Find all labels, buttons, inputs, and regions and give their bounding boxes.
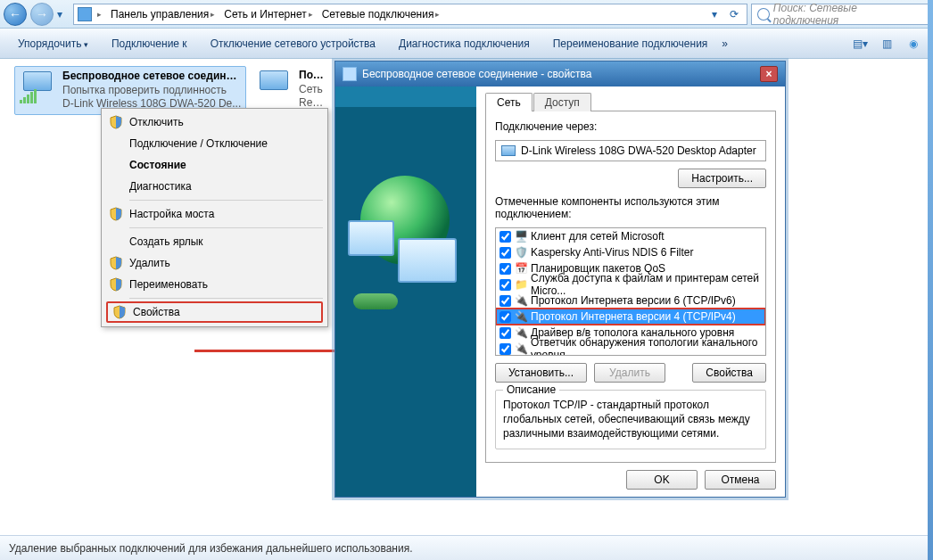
service-icon: 🛡️ [515,246,527,259]
ctx-properties[interactable]: Свойства [106,301,323,323]
component-properties-button[interactable]: Свойства [692,363,766,383]
adapter-name: D-Link Wireless 108G DWA-520 Desktop Ada… [521,144,756,157]
component-item: 🔌Ответчик обнаружения топологии канально… [496,341,765,356]
protocol-icon: 🔌 [515,310,527,323]
cmd-disable-device[interactable]: Отключение сетевого устройства [202,34,384,54]
component-item: 🖥️Клиент для сетей Microsoft [496,228,765,244]
dialog-titlebar[interactable]: Беспроводное сетевое соединение - свойст… [335,62,785,86]
help-button[interactable]: ◉ [903,34,924,54]
client-icon: 🖥️ [515,230,527,243]
service-icon: 📅 [515,262,527,275]
properties-dialog: Беспроводное сетевое соединение - свойст… [334,61,786,498]
ctx-delete[interactable]: Удалить [104,252,325,274]
cmd-connect-to[interactable]: Подключение к [103,34,196,54]
description-legend: Описание [503,383,559,396]
shield-icon [109,256,123,270]
uninstall-button: Удалить [594,363,665,383]
command-bar: Упорядочить Подключение к Отключение сет… [0,29,933,59]
cancel-button[interactable]: Отмена [705,470,776,490]
install-button[interactable]: Установить... [495,363,587,383]
ctx-disable[interactable]: Отключить [104,111,325,133]
ctx-status[interactable]: Состояние [104,154,325,176]
shield-icon [109,277,123,292]
nav-history-dropdown[interactable]: ▾ [57,8,70,21]
shield-icon [112,305,127,319]
ctx-rename[interactable]: Переименовать [104,274,325,295]
network-icon [343,67,357,81]
explorer-navbar: ← → ▾ ▸ Панель управления ▸ Сеть и Интер… [0,0,933,29]
ctx-bridge[interactable]: Настройка моста [104,203,325,225]
connection-tile-lan[interactable]: Подкл... Сеть Realtek... [252,66,332,113]
description-text: Протокол TCP/IP - стандартный протокол г… [503,398,758,441]
cmd-rename[interactable]: Переименование подключения [544,34,717,54]
component-item-tcpipv4: 🔌Протокол Интернета версии 4 (TCP/IPv4) [496,309,765,325]
breadcrumb-2[interactable]: Сеть и Интернет ▸ [220,4,316,24]
dialog-sidebar-image [335,86,476,497]
search-box[interactable]: Поиск: Сетевые подключения [751,4,929,25]
cmd-diagnose[interactable]: Диагностика подключения [390,34,539,54]
window-right-border [928,0,933,560]
lan-icon [254,69,293,104]
connect-via-label: Подключение через: [495,120,766,133]
description-fieldset: Описание Протокол TCP/IP - стандартный п… [495,390,766,449]
component-item: 🔌Протокол Интернета версии 6 (TCP/IPv6) [496,292,765,309]
status-text: Удаление выбранных подключений для избеж… [9,542,413,555]
ctx-toggle-connect[interactable]: Подключение / Отключение [104,133,325,154]
ctx-diagnose[interactable]: Диагностика [104,176,325,197]
shield-icon [109,207,123,221]
tab-access[interactable]: Доступ [533,93,591,111]
component-item: 🛡️Kaspersky Anti-Virus NDIS 6 Filter [496,244,765,260]
protocol-icon: 🔌 [515,342,527,355]
components-label: Отмеченные компоненты используются этим … [495,195,766,220]
protocol-icon: 🔌 [515,294,527,307]
protocol-icon: 🔌 [515,326,527,339]
search-icon [757,8,770,21]
close-button[interactable]: × [760,66,778,82]
shield-icon [109,115,123,129]
tab-network[interactable]: Сеть [485,93,533,111]
wireless-icon [18,70,57,105]
refresh-button[interactable]: ⟳ [725,8,743,21]
dialog-title: Беспроводное сетевое соединение - свойст… [362,68,755,80]
tab-panel-network: Подключение через: D-Link Wireless 108G … [485,111,776,463]
component-item: 📁Служба доступа к файлам и принтерам сет… [496,276,765,292]
ok-button[interactable]: OK [626,470,698,490]
adapter-icon [501,145,516,156]
nav-back-button[interactable]: ← [4,3,27,26]
service-icon: 📁 [515,278,527,291]
view-options-button[interactable]: ▤▾ [849,34,871,54]
nav-forward-button[interactable]: → [30,3,54,26]
address-bar[interactable]: ▸ Панель управления ▸ Сеть и Интернет ▸ … [73,4,747,25]
breadcrumb-1[interactable]: Панель управления ▸ [107,4,219,24]
control-panel-icon [78,7,92,21]
search-placeholder: Поиск: Сетевые подключения [773,2,923,27]
components-list[interactable]: 🖥️Клиент для сетей Microsoft 🛡️Kaspersky… [495,227,766,356]
context-menu: Отключить Подключение / Отключение Состо… [101,108,328,327]
dialog-tabs: Сеть Доступ [485,92,776,111]
cmd-organize[interactable]: Упорядочить [9,34,97,54]
adapter-box: D-Link Wireless 108G DWA-520 Desktop Ada… [495,140,766,161]
status-bar: Удаление выбранных подключений для избеж… [0,535,933,560]
ctx-shortcut[interactable]: Создать ярлык [104,231,325,252]
breadcrumb-3[interactable]: Сетевые подключения ▸ [318,4,444,24]
configure-button[interactable]: Настроить... [678,169,766,188]
preview-pane-button[interactable]: ▥ [876,34,897,54]
address-dropdown[interactable]: ▾ [706,8,723,21]
